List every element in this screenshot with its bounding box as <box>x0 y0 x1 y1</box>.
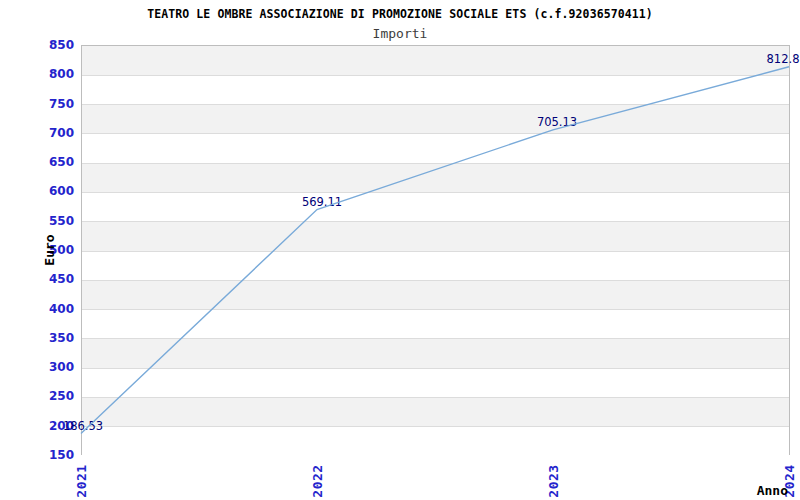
line-chart: TEATRO LE OMBRE ASSOCIAZIONE DI PROMOZIO… <box>0 0 800 500</box>
series-line-svg <box>0 0 800 500</box>
series-line <box>81 67 789 434</box>
